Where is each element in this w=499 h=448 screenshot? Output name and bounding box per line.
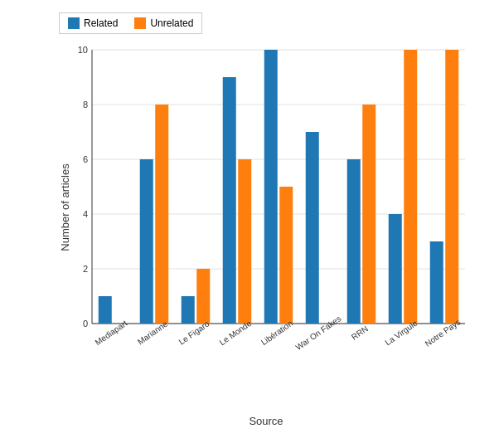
svg-rect-22	[223, 77, 236, 324]
svg-rect-31	[362, 105, 375, 324]
svg-rect-36	[430, 241, 443, 324]
svg-rect-30	[347, 159, 361, 324]
svg-rect-19	[182, 296, 195, 324]
svg-rect-37	[445, 50, 458, 324]
svg-text:0: 0	[83, 319, 88, 329]
svg-rect-26	[279, 187, 293, 324]
svg-rect-33	[389, 214, 402, 324]
bar-chart-svg: 0246810MediapartMarianneLe FigaroLe Mond…	[59, 25, 473, 390]
svg-rect-34	[404, 50, 417, 324]
svg-text:RRN: RRN	[350, 324, 370, 341]
svg-text:10: 10	[78, 45, 88, 55]
svg-rect-14	[99, 296, 112, 324]
svg-rect-25	[264, 50, 278, 324]
svg-rect-28	[306, 132, 319, 324]
svg-text:8: 8	[83, 100, 88, 110]
chart-area: Number of articles Source 0246810Mediapa…	[59, 25, 473, 390]
svg-rect-20	[196, 269, 210, 324]
svg-rect-17	[155, 105, 168, 324]
chart-container: Related Unrelated Number of articles Sou…	[9, 8, 490, 440]
svg-text:4: 4	[83, 209, 88, 219]
svg-rect-16	[140, 159, 153, 324]
svg-text:2: 2	[83, 264, 88, 274]
svg-rect-23	[238, 159, 251, 324]
svg-text:6: 6	[83, 154, 88, 164]
x-axis-label: Source	[249, 415, 283, 427]
y-axis-label: Number of articles	[59, 163, 71, 251]
